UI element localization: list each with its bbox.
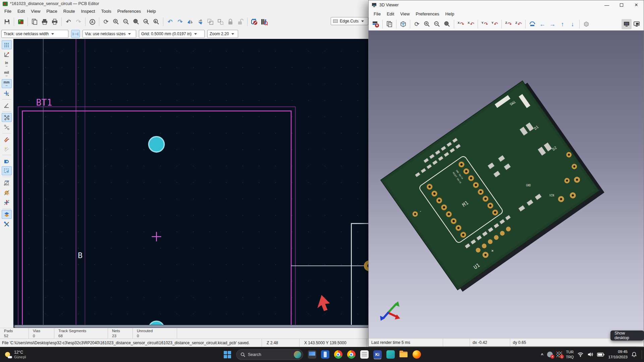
flip-board-button[interactable] xyxy=(527,19,537,29)
menu-inspect[interactable]: Inspect xyxy=(78,8,98,14)
pan-left-button[interactable]: ← xyxy=(537,19,547,29)
units-mm-button[interactable]: mm↔ xyxy=(2,79,12,88)
zoom-out-button[interactable] xyxy=(121,17,131,27)
layer-selector[interactable]: Edge.Cuts xyxy=(331,17,368,25)
lock-button[interactable] xyxy=(225,17,235,27)
taskbar-weather[interactable]: 12°C Güneşli xyxy=(0,350,26,359)
taskbar-app-office[interactable] xyxy=(360,350,369,359)
taskbar-app-taskview[interactable] xyxy=(308,350,316,359)
menu-help[interactable]: Help xyxy=(144,8,159,14)
v-menu-preferences[interactable]: Preferences xyxy=(413,11,442,17)
v-menu-help[interactable]: Help xyxy=(442,11,457,17)
taskbar-app-teal[interactable] xyxy=(386,350,395,359)
menu-route[interactable]: Route xyxy=(60,8,78,14)
minimize-button[interactable]: — xyxy=(599,0,614,10)
ungroup-button[interactable] xyxy=(215,17,225,27)
show-ratsnest-button[interactable] xyxy=(2,113,12,122)
rotate-cw-button[interactable]: ↷ xyxy=(175,17,185,27)
viewer3d-titlebar[interactable]: 3D Viewer — × xyxy=(369,0,644,10)
rotate-z-ccw-button[interactable]: Z↶ xyxy=(514,19,524,29)
copy-image-button[interactable] xyxy=(384,19,394,29)
hide-vias-button[interactable] xyxy=(2,188,12,197)
tray-clock[interactable]: 09:45 17/10/2023 xyxy=(608,349,628,360)
save-button[interactable] xyxy=(2,17,12,27)
notification-bell-icon[interactable] xyxy=(631,352,637,357)
zoom-fit-button[interactable] xyxy=(131,17,141,27)
polar-coords-button[interactable] xyxy=(2,50,12,59)
maximize-button[interactable] xyxy=(614,0,629,10)
page-settings-button[interactable] xyxy=(30,17,40,27)
flip-horizontal-button[interactable] xyxy=(185,17,195,27)
grid-selector[interactable]: Grid: 0.5000 mm (0.0197 in) xyxy=(139,30,205,38)
wifi-icon[interactable] xyxy=(577,352,584,357)
angle-45-button[interactable] xyxy=(2,101,12,110)
v-menu-view[interactable]: View xyxy=(397,11,413,17)
hide-tracks-button[interactable] xyxy=(2,198,12,207)
refresh-view-button[interactable]: ⟳ xyxy=(412,19,422,29)
v-zoom-fit-button[interactable] xyxy=(442,19,452,29)
group-button[interactable] xyxy=(205,17,215,27)
print-button[interactable] xyxy=(40,17,50,27)
rotate-z-cw-button[interactable]: Z↷ xyxy=(503,19,514,29)
zoom-objects-button[interactable] xyxy=(141,17,151,27)
menu-place[interactable]: Place xyxy=(43,8,60,14)
taskbar-app-firefox[interactable] xyxy=(412,350,421,359)
find-button[interactable]: A xyxy=(87,17,97,27)
tray-language-switcher[interactable]: TUR TRQ xyxy=(566,350,574,359)
plot-button[interactable] xyxy=(50,17,60,27)
footprint-checks-button[interactable] xyxy=(249,17,259,27)
hide-ratsnest-button[interactable] xyxy=(2,144,12,154)
units-inches-button[interactable]: in↔ xyxy=(2,60,12,69)
zoom-selection-button[interactable] xyxy=(151,17,161,27)
v-zoom-out-button[interactable] xyxy=(432,19,442,29)
crosshair-cursor-button[interactable] xyxy=(2,89,12,98)
ortho-view-button[interactable] xyxy=(581,19,591,29)
outline-mode-button[interactable] xyxy=(2,157,12,166)
properties-tools-button[interactable] xyxy=(2,220,12,229)
pan-up-button[interactable]: ↑ xyxy=(557,19,568,29)
library-browser-button[interactable] xyxy=(259,17,269,27)
redo-button[interactable]: ↷ xyxy=(73,17,84,27)
taskbar-search[interactable]: Search xyxy=(236,349,303,360)
tray-update-icon[interactable]: 1 xyxy=(556,352,562,357)
v-menu-file[interactable]: File xyxy=(371,11,384,17)
volume-icon[interactable] xyxy=(587,352,593,357)
hide-footprints-button[interactable] xyxy=(2,178,12,187)
menu-preferences[interactable]: Preferences xyxy=(114,8,144,14)
zoom-in-button[interactable] xyxy=(111,17,121,27)
highlight-nets-button[interactable] xyxy=(2,135,12,144)
render-raytracing-button[interactable] xyxy=(622,19,632,29)
menu-file[interactable]: File xyxy=(1,8,14,14)
taskbar-app-explorer[interactable] xyxy=(399,350,408,359)
tray-onedrive-icon[interactable]: × xyxy=(547,352,553,357)
taskbar-app-chrome-1[interactable] xyxy=(334,350,342,359)
footprint-bt1[interactable]: BT1 BC4AAAW xyxy=(18,97,295,328)
rotate-x-ccw-button[interactable]: X↶ xyxy=(466,19,476,29)
track-width-selector[interactable]: Track: use netclass width xyxy=(1,30,68,38)
unlock-button[interactable] xyxy=(235,17,246,27)
v-zoom-in-button[interactable] xyxy=(422,19,432,29)
layers-manager-button[interactable] xyxy=(2,210,12,219)
viewer3d-canvas[interactable]: TMS M1 RES xyxy=(369,31,644,339)
pan-down-button[interactable]: ↓ xyxy=(568,19,578,29)
rotate-ccw-button[interactable]: ↶ xyxy=(165,17,175,27)
close-button[interactable]: × xyxy=(629,0,644,10)
rotate-y-cw-button[interactable]: Y↷ xyxy=(480,19,490,29)
selection-filter-button[interactable] xyxy=(2,166,12,175)
v-menu-edit[interactable]: Edit xyxy=(384,11,397,17)
zoom-selector[interactable]: Zoom 2.20 xyxy=(207,30,238,38)
start-button[interactable] xyxy=(223,350,232,359)
orientation-cube-button[interactable] xyxy=(398,19,408,29)
board-setup-button[interactable] xyxy=(16,17,26,27)
auto-track-width-toggle[interactable]: ⊦⊣ xyxy=(71,30,80,38)
taskbar-app-kicad[interactable]: Ki xyxy=(373,350,382,359)
render-options-button[interactable] xyxy=(632,19,642,29)
flip-vertical-button[interactable] xyxy=(195,17,205,27)
units-mils-button[interactable]: mil↔ xyxy=(2,69,12,78)
refresh-button[interactable]: ⟳ xyxy=(101,17,111,27)
rotate-y-ccw-button[interactable]: Y↶ xyxy=(490,19,500,29)
undo-button[interactable]: ↶ xyxy=(63,17,73,27)
menu-edit[interactable]: Edit xyxy=(14,8,28,14)
taskbar-app-chrome-2[interactable] xyxy=(347,350,356,359)
battery-icon[interactable] xyxy=(597,353,604,357)
